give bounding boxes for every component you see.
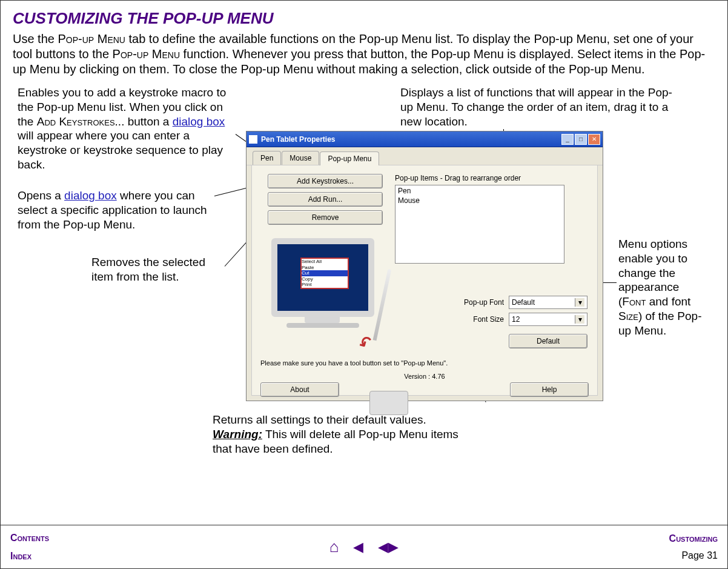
callout-add-keystrokes: Enables you to add a keystroke macro to … [18, 85, 236, 172]
add-run-button[interactable]: Add Run... [268, 192, 383, 207]
monitor-illustration: Select All Paste Cut Copy Print ↶ [265, 238, 392, 328]
index-link[interactable]: Index [10, 551, 49, 562]
default-button[interactable]: Default [509, 334, 587, 348]
callout-add-run: Opens a dialog box where you can select … [18, 188, 214, 231]
callout-font-options: Menu options enable you to change the ap… [618, 237, 709, 338]
add-keystrokes-button[interactable]: Add Keystrokes... [268, 174, 383, 188]
section-label: Customizing [669, 533, 718, 544]
tab-pen[interactable]: Pen [253, 151, 281, 165]
tab-body: Add Keystrokes... Add Run... Remove Pop-… [251, 165, 598, 396]
about-button[interactable]: About [260, 382, 339, 397]
remove-button[interactable]: Remove [268, 210, 383, 225]
version-label: Version : 4.76 [252, 373, 597, 380]
help-button[interactable]: Help [510, 382, 589, 397]
popup-font-select[interactable]: Default ▾ [509, 296, 587, 309]
list-item[interactable]: Pen [398, 187, 561, 196]
popup-items-listbox[interactable]: Pen Mouse [395, 185, 564, 264]
chevron-down-icon: ▾ [575, 315, 584, 324]
intro-paragraph: Use the Pop-up Menu tab to define the av… [13, 32, 715, 77]
minimize-button[interactable]: _ [561, 134, 574, 145]
link-dialog-box-2[interactable]: dialog box [64, 189, 117, 202]
maximize-button[interactable]: □ [575, 134, 587, 145]
close-button[interactable]: ✕ [588, 134, 600, 145]
font-size-label: Font Size [449, 315, 504, 324]
popup-menu-illustration: Select All Paste Cut Copy Print [300, 258, 349, 289]
app-icon [249, 135, 257, 144]
home-icon[interactable]: ⌂ [329, 537, 339, 556]
page-title: CUSTOMIZING THE POP-UP MENU [13, 9, 715, 28]
callout-default: Returns all settings to their default va… [213, 413, 461, 456]
tab-bar: Pen Mouse Pop-up Menu [247, 147, 603, 165]
tab-mouse[interactable]: Mouse [282, 151, 319, 165]
tab-popup-menu[interactable]: Pop-up Menu [320, 151, 379, 165]
popup-font-label: Pop-up Font [449, 298, 504, 307]
pen-tablet-properties-window: Pen Tablet Properties _ □ ✕ Pen Mouse Po… [246, 131, 603, 401]
callout-popup-items: Displays a list of functions that will a… [400, 85, 679, 128]
page-footer: Contents Index ⌂ ◀ ◀▶ Customizing Page 3… [1, 525, 727, 568]
window-title: Pen Tablet Properties [261, 135, 561, 144]
link-dialog-box-1[interactable]: dialog box [173, 115, 225, 128]
list-item[interactable]: Mouse [398, 196, 561, 206]
page-number: Page 31 [681, 550, 718, 561]
back-icon[interactable]: ◀ [353, 539, 363, 555]
chevron-down-icon: ▾ [575, 298, 584, 307]
font-size-select[interactable]: 12 ▾ [509, 313, 587, 326]
callout-remove: Removes the selected item from the list. [91, 255, 225, 284]
popup-items-label: Pop-up Items - Drag to rearrange order [395, 174, 589, 182]
window-titlebar: Pen Tablet Properties _ □ ✕ [247, 131, 603, 147]
contents-link[interactable]: Contents [10, 533, 49, 544]
hint-text: Please make sure you have a tool button … [260, 359, 448, 367]
prev-next-icon[interactable]: ◀▶ [378, 539, 399, 555]
pen-icon [373, 269, 392, 341]
